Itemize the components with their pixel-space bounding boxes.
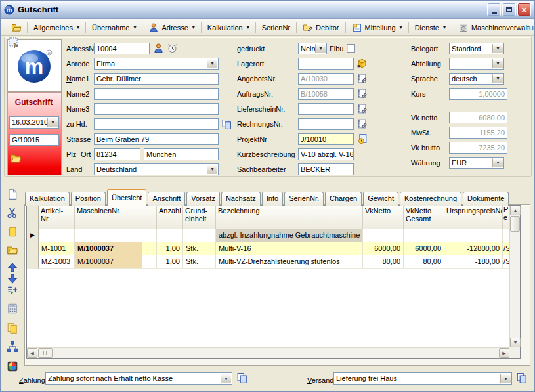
- belegart-select[interactable]: Standard▾: [449, 43, 504, 54]
- combo-arrow-icon[interactable]: ▾: [207, 165, 217, 174]
- cell-anzahl[interactable]: 1,00: [157, 255, 183, 269]
- title-bar[interactable]: m Gutschrift ×: [1, 1, 534, 19]
- reminder-clock-icon[interactable]: [167, 43, 178, 54]
- cell-bezeichnung[interactable]: Multi-V-16: [216, 242, 363, 255]
- anrede-select[interactable]: Firma▾: [94, 58, 219, 70]
- move-down-icon[interactable]: [7, 274, 18, 284]
- cell-einheit[interactable]: Stk.: [183, 255, 216, 269]
- menu-adresse[interactable]: Adresse▾: [144, 21, 198, 34]
- cell-pe[interactable]: /S: [503, 255, 509, 269]
- new-document-icon[interactable]: [7, 188, 18, 200]
- versand-select[interactable]: Lieferung frei Haus▾: [333, 372, 512, 385]
- cell-ursprung[interactable]: [444, 229, 503, 242]
- cell-pe[interactable]: /S: [503, 242, 509, 255]
- column-header-maschinen[interactable]: MaschinenNr.: [75, 206, 142, 229]
- horizontal-scroll-thumb[interactable]: [38, 348, 53, 358]
- cell-einheit[interactable]: Stk.: [183, 242, 216, 255]
- tab-info[interactable]: Info: [262, 192, 283, 206]
- maximize-button[interactable]: [502, 3, 516, 16]
- abteilung-select[interactable]: ▾: [449, 58, 504, 70]
- document-date-combo[interactable]: 16.03.2010▾: [9, 116, 59, 129]
- copy-address-icon[interactable]: [221, 119, 232, 130]
- angebots-lookup-icon[interactable]: [356, 73, 368, 84]
- tab-vorsatz[interactable]: Vorsatz: [186, 192, 220, 206]
- cell-anzahl[interactable]: 1,00: [157, 242, 183, 255]
- projektnr-field[interactable]: J/10010: [298, 133, 354, 145]
- fibu-checkbox[interactable]: [347, 44, 355, 53]
- column-header-ursprung[interactable]: UrsprungspreisNetto: [444, 206, 503, 229]
- cell-vkgesamt[interactable]: 80,00: [404, 255, 444, 269]
- contact-person-icon[interactable]: [153, 43, 164, 54]
- tab-chargen[interactable]: Chargen: [325, 192, 362, 206]
- edit-select-icon[interactable]: [8, 37, 20, 49]
- column-header-bezeichnung[interactable]: Bezeichnung: [216, 206, 363, 229]
- menu-uebernahme[interactable]: Übernahme▾: [88, 22, 140, 33]
- sachbearbeiter-input[interactable]: BECKER: [298, 163, 354, 175]
- warehouse-box-icon[interactable]: [356, 58, 368, 69]
- zuhd-input[interactable]: [94, 118, 219, 130]
- row-selector[interactable]: ▶: [27, 229, 39, 242]
- column-header-blank[interactable]: [142, 206, 157, 229]
- menu-allgemeines[interactable]: Allgemeines▾: [30, 22, 83, 33]
- menu-debitor[interactable]: Debitor: [299, 21, 343, 34]
- cell-maschinen[interactable]: M/1000037: [75, 255, 142, 269]
- auftrags-lookup-icon[interactable]: [356, 88, 368, 99]
- color-statistics-icon[interactable]: [7, 360, 18, 372]
- tab-seriennr[interactable]: SerienNr.: [284, 192, 324, 206]
- combo-arrow-icon[interactable]: ▾: [315, 44, 326, 53]
- vertical-scroll-thumb[interactable]: [510, 216, 520, 232]
- tab-position[interactable]: Position: [71, 192, 106, 206]
- combo-arrow-icon[interactable]: ▾: [47, 118, 58, 127]
- minimize-button[interactable]: [487, 3, 501, 16]
- tab-kostenrechnung[interactable]: Kostenrechnung: [400, 192, 461, 206]
- plz-input[interactable]: 81234: [94, 148, 140, 160]
- copy-versand-icon[interactable]: [516, 372, 527, 383]
- calculator-icon[interactable]: [7, 303, 18, 315]
- table-row-position[interactable]: MZ-1003 M/1000037 1,00 Stk. Multi-VZ-Dre…: [27, 255, 509, 269]
- row-selector[interactable]: [27, 255, 39, 269]
- cell-blank[interactable]: [142, 229, 157, 242]
- cell-maschinen[interactable]: [75, 229, 142, 242]
- combo-arrow-icon[interactable]: ▾: [492, 158, 503, 167]
- cell-pe[interactable]: [503, 229, 509, 242]
- cell-ursprung[interactable]: -180,00: [444, 255, 503, 269]
- row-selector[interactable]: [27, 242, 39, 255]
- gedruckt-select[interactable]: Nein▾: [298, 43, 327, 54]
- cell-vknetto[interactable]: 6000,00: [363, 242, 404, 255]
- name1-input[interactable]: Gebr. Düllmer: [94, 73, 219, 85]
- cell-artikel[interactable]: M-1001: [39, 242, 75, 255]
- rechnungs-lookup-icon[interactable]: [356, 118, 368, 129]
- cell-vkgesamt[interactable]: 6000,00: [404, 242, 444, 255]
- adressnr-input[interactable]: 10004: [94, 43, 150, 54]
- menu-seriennr[interactable]: SerienNr: [258, 22, 294, 33]
- combo-arrow-icon[interactable]: ▾: [492, 74, 503, 83]
- lieferscheinnr-field[interactable]: [298, 103, 354, 115]
- document-folder-icon[interactable]: [10, 152, 22, 164]
- tab-gewicht[interactable]: Gewicht: [363, 192, 398, 206]
- cell-bezeichnung[interactable]: Multi-VZ-Drehzahlsteuerung stufenlos: [216, 255, 363, 269]
- open-folder-button[interactable]: [8, 21, 25, 34]
- tab-dokumente[interactable]: Dokumente: [463, 192, 509, 206]
- copy-icon[interactable]: [7, 322, 18, 334]
- close-button[interactable]: ×: [517, 3, 531, 16]
- cell-blank[interactable]: [142, 242, 157, 255]
- cell-vknetto[interactable]: 80,00: [363, 255, 404, 269]
- table-row-position[interactable]: M-1001 M/1000037 1,00 Stk. Multi-V-16 60…: [27, 242, 509, 255]
- cell-einheit[interactable]: [183, 229, 216, 242]
- open-folder-icon[interactable]: [7, 244, 18, 256]
- cell-maschinen[interactable]: M/1000037: [75, 242, 142, 255]
- waehrung-select[interactable]: EUR▾: [449, 157, 504, 169]
- copy-zahlung-icon[interactable]: [236, 372, 247, 383]
- strasse-input[interactable]: Beim Graben 79: [94, 133, 219, 145]
- structure-tree-icon[interactable]: [7, 341, 18, 353]
- table-row-text[interactable]: ▶ abzgl. Inzahlungnahme Gebrauchtmaschin…: [27, 229, 509, 242]
- combo-arrow-icon[interactable]: ▾: [500, 374, 511, 383]
- menu-maschinenverwaltung[interactable]: Maschinenverwaltung▾: [454, 21, 535, 34]
- menu-mitteilung[interactable]: Mitteilung▾: [348, 21, 406, 34]
- column-header-artikel[interactable]: Artikel-Nr.: [39, 206, 75, 229]
- combo-arrow-icon[interactable]: ▾: [207, 59, 217, 68]
- column-header-einheit[interactable]: Grund-einheit: [183, 206, 216, 229]
- scroll-down-button[interactable]: ▼: [510, 338, 521, 347]
- name2-input[interactable]: [94, 88, 219, 100]
- column-header-anzahl[interactable]: Anzahl: [157, 206, 183, 229]
